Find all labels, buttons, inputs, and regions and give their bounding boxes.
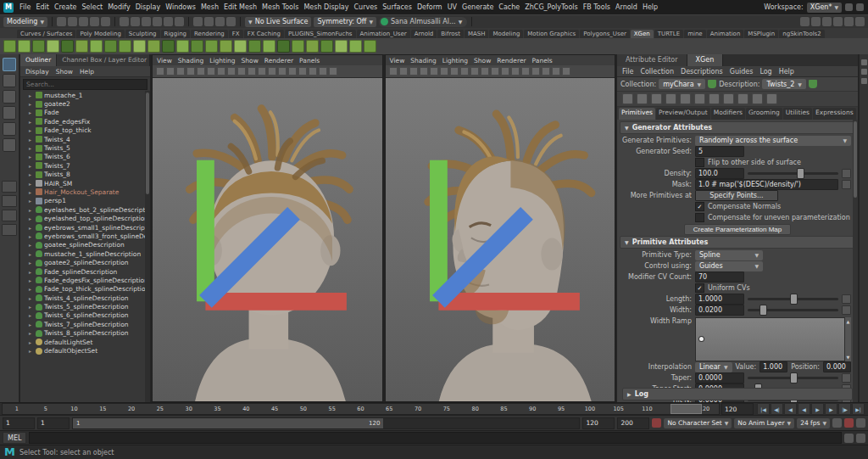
expand-toggle-icon[interactable]: ▸ — [29, 260, 34, 266]
outliner-item[interactable]: ▸ goatee2 — [20, 99, 150, 108]
previous-frame-button[interactable]: ◀ — [784, 403, 797, 415]
viewport-menu-item[interactable]: Panels — [532, 57, 553, 64]
shelf-tab[interactable]: Polygons_User — [580, 30, 630, 38]
redo-icon[interactable] — [101, 17, 110, 26]
shelf-icon[interactable] — [119, 40, 131, 53]
menubar-item[interactable]: Edit — [33, 2, 52, 13]
viewport-toolbar-icon[interactable] — [440, 67, 448, 76]
viewport-toolbar-icon[interactable] — [481, 67, 489, 76]
outliner-item[interactable]: ▸ persp1 — [20, 197, 150, 205]
ipr-render-icon[interactable] — [204, 17, 214, 26]
outliner-item[interactable]: ▸ Twists_6 — [20, 153, 150, 161]
outliner-item[interactable]: ▸ Twists_7 — [20, 161, 150, 170]
ramp-value-field[interactable]: 1.000 — [760, 361, 787, 372]
viewport-toolbar-icon[interactable] — [389, 67, 398, 76]
outliner-search-input[interactable] — [23, 79, 147, 90]
channel-box-icon[interactable] — [861, 78, 867, 84]
menubar-item[interactable]: Display — [133, 2, 164, 13]
width-slider[interactable] — [748, 309, 838, 311]
snap-to-curve-icon[interactable] — [131, 17, 140, 26]
generator-seed-field[interactable]: 5 — [695, 146, 744, 157]
viewport-right[interactable]: ViewShadingLightingShowRendererPanels — [385, 54, 616, 402]
viewport-menu-item[interactable]: Shading — [410, 57, 436, 64]
render-settings-icon[interactable] — [215, 17, 225, 26]
shelf-icon[interactable] — [234, 40, 247, 53]
menubar-item[interactable]: Mesh Tools — [259, 2, 301, 13]
attribute-editor-icon[interactable] — [861, 59, 867, 65]
specify-points-button[interactable]: Specify Points... — [695, 190, 778, 201]
current-frame-marker[interactable] — [670, 404, 702, 414]
viewport-toolbar-icon[interactable] — [237, 67, 246, 76]
fps-dropdown[interactable]: 24 fps▼ — [797, 418, 830, 428]
shelf-icon[interactable] — [75, 40, 88, 53]
shelf-icon[interactable] — [32, 40, 45, 53]
taper-slider[interactable] — [748, 377, 838, 379]
viewport-toolbar-icon[interactable] — [298, 67, 307, 76]
shelf-tab[interactable]: TURTLE — [654, 30, 683, 38]
shelf-tab[interactable]: Curves / Surfaces — [17, 30, 75, 38]
viewport-toolbar-icon[interactable] — [268, 67, 276, 76]
snap-to-grid-icon[interactable] — [120, 17, 129, 26]
xgen-toolbar-icon[interactable] — [752, 93, 763, 104]
xgen-toolbar-icon[interactable] — [766, 93, 777, 104]
outliner-item[interactable]: ▸ Fade_edgesFix — [20, 117, 150, 126]
menubar-item[interactable]: Arnold — [613, 2, 640, 13]
shelf-tab[interactable]: ngSkinTools2 — [779, 30, 824, 38]
width-map-button[interactable] — [842, 305, 851, 315]
expand-toggle-icon[interactable]: ▸ — [29, 251, 34, 257]
paint-select-tool[interactable] — [3, 90, 16, 104]
command-line-input[interactable] — [29, 432, 842, 444]
no-live-surface-dropdown[interactable]: ▼No Live Surface — [245, 17, 311, 27]
viewport-menu-item[interactable]: View — [390, 57, 405, 64]
outliner-item[interactable]: ▸ eyelashes_bot_2_splineDescription — [20, 205, 150, 214]
shelf-icon[interactable] — [292, 40, 304, 53]
viewport-toolbar-icon[interactable] — [309, 67, 317, 76]
shelf-icon[interactable] — [90, 40, 103, 53]
expand-toggle-icon[interactable]: ▸ — [29, 286, 34, 292]
channel-box-toggle-icon[interactable] — [844, 17, 854, 26]
length-field[interactable]: 1.0000 — [695, 294, 744, 305]
play-forwards-button[interactable]: ▶ — [811, 403, 824, 415]
menu-set-dropdown[interactable]: Modeling▼ — [3, 17, 47, 27]
single-pane-layout-button[interactable] — [2, 181, 17, 193]
uniform-cvs-checkbox[interactable]: ✓ — [695, 283, 704, 293]
ramp-down-arrow-icon[interactable]: ▼ — [847, 355, 850, 360]
viewport-canvas-back-view[interactable] — [153, 78, 382, 401]
outliner-scrollbar[interactable] — [145, 91, 150, 402]
shelf-tab[interactable]: MSPlugin — [744, 30, 778, 38]
shelf-tab[interactable]: Arnold — [411, 30, 437, 38]
expand-toggle-icon[interactable]: ▸ — [29, 348, 34, 354]
shelf-tab[interactable]: Poly Modeling — [76, 30, 124, 38]
expand-toggle-icon[interactable]: ▸ — [29, 312, 34, 318]
outliner-item[interactable]: ▸ Twists_5_splineDescription — [20, 302, 150, 311]
shelf-icon[interactable] — [263, 40, 275, 53]
viewport-toolbar-icon[interactable] — [521, 67, 530, 76]
viewport-menu-item[interactable]: Renderer — [497, 57, 526, 64]
shelf-tab[interactable]: FX — [229, 30, 243, 38]
viewport-toolbar-icon[interactable] — [420, 67, 428, 76]
outliner-item[interactable]: ▸ HAIR_SM — [20, 179, 150, 188]
expand-toggle-icon[interactable]: ▸ — [29, 109, 34, 115]
xgen-toolbar-icon[interactable] — [694, 93, 705, 104]
xgen-tab[interactable]: Preview/Output — [656, 108, 710, 120]
modeling-toolkit-icon[interactable] — [800, 17, 810, 26]
shelf-icon[interactable] — [18, 40, 31, 53]
viewport-canvas-front-view[interactable] — [386, 78, 615, 401]
mask-expression-field[interactable]: 1.0 # map('$(DESC)/density/') — [695, 179, 838, 190]
menubar-item[interactable]: Windows — [163, 2, 198, 13]
viewport-toolbar-icon[interactable] — [176, 67, 185, 76]
outliner-toggle-icon[interactable] — [855, 17, 865, 26]
width-ramp-widget[interactable]: ▲▼ — [695, 317, 851, 361]
viewport-menu-item[interactable]: View — [157, 57, 172, 64]
expand-toggle-icon[interactable]: ▸ — [29, 145, 34, 151]
outliner-item[interactable]: ▸ eyelashed_top_splineDescription — [20, 214, 150, 222]
xgen-menu-item[interactable]: Log — [760, 68, 771, 76]
viewport-toolbar-icon[interactable] — [562, 67, 570, 76]
viewport-toolbar-icon[interactable] — [186, 67, 195, 76]
outliner-menu-item[interactable]: Display — [25, 68, 49, 76]
viewport-toolbar-icon[interactable] — [511, 67, 520, 76]
primitive-attributes-header[interactable]: ▼ Primitive Attributes — [620, 236, 855, 249]
viewport-toolbar-icon[interactable] — [166, 67, 175, 76]
primitive-type-dropdown[interactable]: Spline▼ — [695, 250, 763, 260]
shelf-icon[interactable] — [176, 40, 189, 53]
